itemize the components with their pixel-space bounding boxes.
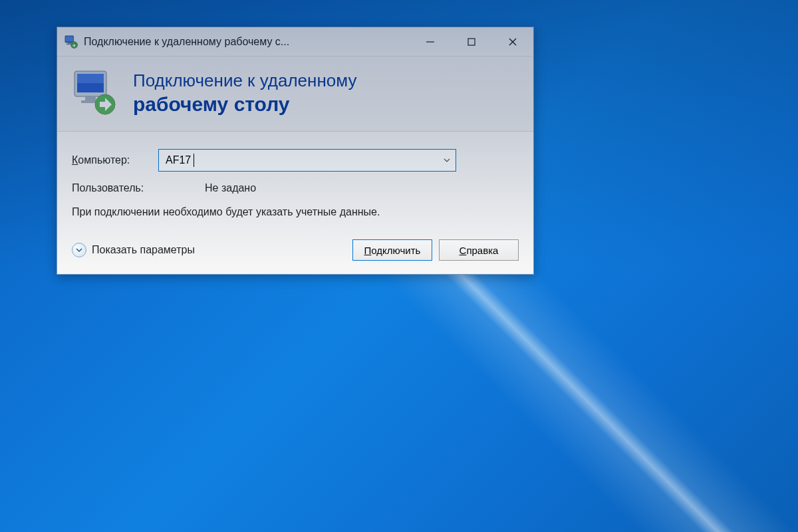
banner-line1: Подключение к удаленному: [133, 70, 356, 92]
svg-rect-6: [468, 39, 475, 45]
titlebar[interactable]: Подключение к удаленному рабочему с...: [57, 27, 533, 57]
user-label: Пользователь:: [72, 182, 178, 194]
show-options-label: Показать параметры: [92, 244, 195, 256]
svg-rect-1: [66, 36, 73, 41]
show-options-toggle[interactable]: Показать параметры: [72, 243, 195, 257]
minimize-button[interactable]: [410, 27, 451, 56]
computer-combobox[interactable]: [158, 149, 456, 172]
user-value: Не задано: [205, 182, 256, 194]
dialog-body: Компьютер: Пользователь: Не задано При п…: [57, 132, 533, 274]
banner-line2: рабочему столу: [133, 92, 356, 117]
text-cursor: [194, 154, 194, 167]
window-controls: [410, 27, 533, 56]
svg-rect-2: [68, 42, 72, 43]
rdp-app-icon: [64, 35, 78, 49]
computer-input[interactable]: [159, 150, 438, 171]
footer: Показать параметры Подключить Справка: [72, 239, 519, 261]
rdp-dialog: Подключение к удаленному рабочему с...: [57, 27, 534, 275]
close-button[interactable]: [492, 27, 533, 56]
banner: Подключение к удаленному рабочему столу: [57, 57, 533, 132]
svg-rect-12: [85, 96, 96, 100]
connect-button[interactable]: Подключить: [352, 239, 432, 261]
svg-rect-11: [77, 74, 104, 83]
computer-label: Компьютер:: [72, 154, 158, 166]
window-title: Подключение к удаленному рабочему с...: [84, 36, 410, 48]
maximize-button[interactable]: [451, 27, 492, 56]
help-button[interactable]: Справка: [439, 239, 519, 261]
chevron-down-icon: [72, 243, 86, 257]
rdp-banner-icon: [70, 68, 120, 118]
dropdown-caret-icon[interactable]: [438, 150, 456, 171]
credentials-hint: При подключении необходимо будет указать…: [72, 205, 418, 219]
banner-title: Подключение к удаленному рабочему столу: [133, 70, 356, 116]
